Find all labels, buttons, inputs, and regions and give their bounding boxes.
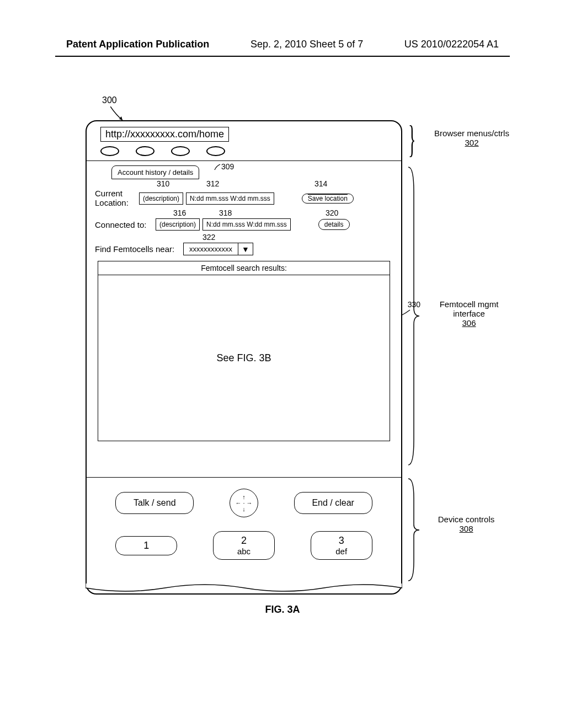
btn-talk-send[interactable]: Talk / send <box>115 492 194 514</box>
browser-icons-row <box>95 142 393 160</box>
ref-322: 322 <box>202 233 215 242</box>
brace-308 <box>407 476 421 584</box>
ref-320: 320 <box>326 208 338 217</box>
label-find-femtocells: Find Femtocells near: <box>95 244 180 254</box>
keypad-3[interactable]: 3 def <box>311 531 372 560</box>
page-header: Patent Application Publication Sep. 2, 2… <box>0 0 565 56</box>
tab-account-history[interactable]: Account history / details <box>111 165 199 179</box>
field-current-description[interactable]: (description) <box>139 192 183 205</box>
leader-curve-icon <box>214 163 221 171</box>
brace-icon <box>407 476 421 584</box>
field-connected-description[interactable]: (description) <box>156 218 200 231</box>
btn-end-clear[interactable]: End / clear <box>294 492 372 514</box>
ref-314: 314 <box>315 179 327 188</box>
ref-300: 300 <box>102 95 117 105</box>
results-header: Femtocell search results: <box>98 261 390 275</box>
results-panel: Femtocell search results: See FIG. 3B <box>98 261 390 441</box>
results-body: See FIG. 3B <box>98 275 390 441</box>
wavy-cut-icon <box>86 584 402 595</box>
label-current-location: Current Location: <box>95 189 136 207</box>
ref-310: 310 <box>157 179 169 188</box>
annotation-306: Femtocell mgmt interface 306 <box>430 299 508 328</box>
keypad-2[interactable]: 2 abc <box>213 531 275 560</box>
annotation-302: Browser menus/ctrls 302 <box>430 129 513 147</box>
annotation-308: Device controls 308 <box>430 515 502 533</box>
browser-section: http://xxxxxxxxx.com/home <box>87 121 401 160</box>
ref-318: 318 <box>219 208 232 217</box>
dropdown-find-near[interactable]: xxxxxxxxxxxx ▼ <box>183 243 253 255</box>
chevron-down-icon: ▼ <box>238 245 253 254</box>
header-left: Patent Application Publication <box>66 39 209 50</box>
dpad[interactable]: ↑← · →↓ <box>230 489 258 517</box>
browser-oval-icon[interactable] <box>171 146 190 156</box>
keypad-1[interactable]: 1 <box>115 536 177 555</box>
browser-oval-icon[interactable] <box>206 146 225 156</box>
header-center: Sep. 2, 2010 Sheet 5 of 7 <box>250 39 363 50</box>
figure-caption: FIG. 3A <box>265 604 300 615</box>
dpad-arrows-icon: ↑← · →↓ <box>235 494 252 512</box>
brace-icon <box>407 164 421 468</box>
device-controls-section: Talk / send ↑← · →↓ End / clear 1 2 abc … <box>87 477 401 593</box>
device-frame: http://xxxxxxxxx.com/home Account histor… <box>86 120 402 595</box>
ref-312: 312 <box>206 179 219 188</box>
brace-icon: } <box>408 117 415 162</box>
browser-oval-icon[interactable] <box>100 146 119 156</box>
ref-309: 309 <box>214 162 234 171</box>
field-current-coords[interactable]: N:dd mm.sss W:dd mm.sss <box>186 192 274 205</box>
btn-save-location[interactable]: Save location <box>302 194 354 204</box>
dropdown-value: xxxxxxxxxxxx <box>184 243 238 255</box>
header-right: US 2010/0222054 A1 <box>404 39 499 50</box>
label-connected-to: Connected to: <box>95 220 153 229</box>
ref-316: 316 <box>173 208 186 217</box>
field-connected-coords[interactable]: N:dd mm.sss W:dd mm.sss <box>202 218 291 231</box>
url-bar[interactable]: http://xxxxxxxxx.com/home <box>100 127 229 142</box>
btn-details[interactable]: details <box>318 219 350 230</box>
brace-306 <box>407 164 421 468</box>
femtocell-mgmt-section: Account history / details 309 310 312 31… <box>87 160 401 477</box>
header-divider <box>55 56 510 57</box>
browser-oval-icon[interactable] <box>136 146 154 156</box>
